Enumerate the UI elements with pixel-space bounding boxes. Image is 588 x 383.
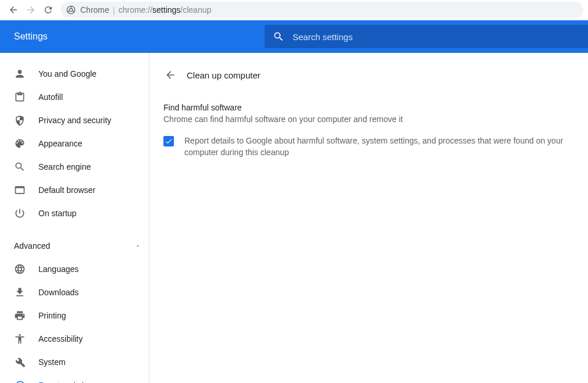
sidebar-item-label: System <box>38 357 66 367</box>
restore-icon <box>14 380 26 383</box>
page-title: Clean up computer <box>187 70 261 80</box>
sidebar-item-accessibility[interactable]: Accessibility <box>0 327 149 350</box>
chrome-icon <box>66 5 76 15</box>
section-title: Find harmful software <box>163 103 574 112</box>
sidebar-item-label: You and Google <box>38 69 97 78</box>
sidebar-item-label: Reset and clean up <box>38 381 109 383</box>
report-details-checkbox[interactable] <box>163 136 174 146</box>
sidebar-item-system[interactable]: System <box>0 350 149 374</box>
settings-header: Settings <box>0 20 588 53</box>
accessibility-icon <box>14 333 26 345</box>
sidebar-item-label: Search engine <box>38 162 91 171</box>
settings-main: Clean up computer Find harmful software … <box>149 53 588 383</box>
page-header: Clean up computer <box>163 66 574 84</box>
power-icon <box>14 207 26 219</box>
print-icon <box>14 310 26 321</box>
sidebar-item-label: Languages <box>38 264 79 274</box>
sidebar-item-appearance[interactable]: Appearance <box>0 132 149 155</box>
sidebar-item-label: Downloads <box>38 288 79 297</box>
wrench-icon <box>14 356 26 368</box>
sidebar-item-languages[interactable]: Languages <box>0 257 149 281</box>
arrow-left-icon <box>8 5 19 15</box>
nav-back-button[interactable] <box>5 1 22 19</box>
settings-title: Settings <box>0 31 265 42</box>
download-icon <box>14 287 26 298</box>
svg-point-1 <box>69 8 72 11</box>
search-settings-input[interactable] <box>293 32 580 42</box>
url-tail: /cleanup <box>180 5 211 15</box>
nav-forward-button[interactable] <box>22 1 40 19</box>
sidebar-advanced-header[interactable]: Advanced <box>0 234 149 257</box>
chevron-up-icon <box>135 243 141 249</box>
sidebar-item-label: Printing <box>38 311 66 320</box>
url-main: settings <box>152 5 180 15</box>
browser-toolbar: Chrome | chrome://settings/cleanup <box>0 0 588 20</box>
check-icon <box>165 137 173 145</box>
person-icon <box>14 68 26 80</box>
search-settings-box[interactable] <box>265 25 588 48</box>
settings-sidebar: You and Google Autofill Privacy and secu… <box>0 53 149 383</box>
search-icon <box>273 31 284 42</box>
search-icon <box>14 161 26 173</box>
separator: | <box>113 5 115 15</box>
sidebar-item-reset-cleanup[interactable]: Reset and clean up <box>0 374 149 383</box>
sidebar-item-privacy[interactable]: Privacy and security <box>0 109 149 132</box>
url-prefix: chrome:// <box>119 5 152 15</box>
clipboard-icon <box>14 91 26 103</box>
sidebar-item-autofill[interactable]: Autofill <box>0 85 149 109</box>
arrow-right-icon <box>26 5 36 15</box>
page-back-button[interactable] <box>163 68 177 82</box>
sidebar-item-you-and-google[interactable]: You and Google <box>0 62 149 85</box>
nav-reload-button[interactable] <box>40 1 57 19</box>
sidebar-item-label: On startup <box>38 209 76 218</box>
globe-icon <box>14 263 26 275</box>
sidebar-item-label: Accessibility <box>38 334 83 343</box>
sidebar-item-label: Autofill <box>38 92 63 102</box>
address-bar[interactable]: Chrome | chrome://settings/cleanup <box>60 2 583 18</box>
sidebar-item-printing[interactable]: Printing <box>0 304 149 327</box>
reload-icon <box>43 5 54 15</box>
sidebar-item-label: Default browser <box>38 185 95 195</box>
advanced-label: Advanced <box>14 241 50 250</box>
origin-label: Chrome <box>80 5 109 15</box>
sidebar-item-downloads[interactable]: Downloads <box>0 281 149 304</box>
arrow-left-icon <box>165 69 176 81</box>
section-subtitle: Chrome can find harmful software on your… <box>163 114 574 124</box>
settings-body: You and Google Autofill Privacy and secu… <box>0 53 588 383</box>
search-container <box>265 25 588 48</box>
report-details-label: Report details to Google about harmful s… <box>184 135 574 158</box>
sidebar-item-label: Privacy and security <box>38 116 111 125</box>
sidebar-item-label: Appearance <box>38 139 83 148</box>
sidebar-item-search-engine[interactable]: Search engine <box>0 155 149 178</box>
sidebar-item-on-startup[interactable]: On startup <box>0 202 149 225</box>
shield-icon <box>14 114 26 126</box>
report-details-checkbox-row: Report details to Google about harmful s… <box>163 135 574 158</box>
browser-icon <box>14 184 26 196</box>
sidebar-item-default-browser[interactable]: Default browser <box>0 178 149 202</box>
palette-icon <box>14 138 26 149</box>
